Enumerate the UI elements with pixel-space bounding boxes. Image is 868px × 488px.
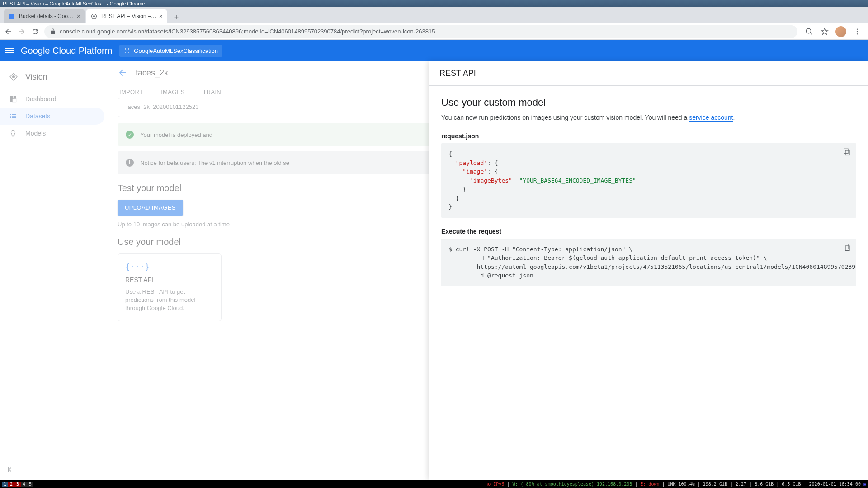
curl-code[interactable]: $ curl -X POST -H "Content-Type: applica… — [441, 239, 856, 286]
drawer-title: REST API — [429, 61, 868, 86]
reload-icon[interactable] — [31, 27, 40, 36]
i3-status-bar: 1 2 3 4 5 no IPv6 | W: ( 80% at smoothie… — [0, 480, 868, 488]
project-selector[interactable]: GoogleAutoMLSexClassification — [119, 45, 222, 57]
svg-rect-23 — [844, 244, 848, 249]
favicon-gcp-icon — [90, 13, 98, 20]
status-eth: E: down — [640, 482, 659, 487]
status-ipv6: no IPv6 — [485, 482, 504, 487]
tab-title: Bucket details - GoogleAu — [19, 13, 74, 19]
svg-rect-21 — [844, 149, 848, 154]
sep: | — [662, 482, 665, 487]
menu-icon[interactable] — [5, 48, 14, 53]
browser-tabstrip: Bucket details - GoogleAu × REST API – V… — [0, 7, 868, 23]
workspace-btn[interactable]: 3 — [14, 482, 21, 487]
drawer-intro: You can now run predictions on images us… — [441, 113, 856, 122]
browser-tab[interactable]: Bucket details - GoogleAu × — [4, 9, 85, 23]
workspace-btn[interactable]: 5 — [27, 482, 33, 487]
workspace-btn[interactable]: 2 — [8, 482, 14, 487]
copy-icon[interactable] — [843, 148, 851, 156]
service-account-link[interactable]: service account — [689, 114, 733, 122]
new-tab-button[interactable]: + — [170, 11, 183, 23]
close-icon[interactable]: × — [159, 13, 163, 20]
svg-point-10 — [128, 52, 129, 52]
kebab-icon[interactable] — [853, 27, 862, 36]
favicon-bucket-icon — [8, 13, 15, 20]
workspaces[interactable]: 1 2 3 4 5 — [2, 482, 33, 487]
zoom-icon[interactable] — [805, 27, 814, 36]
project-icon — [124, 47, 130, 54]
svg-point-9 — [125, 52, 126, 52]
svg-point-3 — [806, 28, 811, 33]
url-text: console.cloud.google.com/vision/datasets… — [60, 28, 435, 35]
workspace-btn[interactable]: 1 — [2, 482, 8, 487]
gcp-logo[interactable]: Google Cloud Platform — [21, 46, 112, 56]
bookmark-icon[interactable] — [820, 27, 829, 36]
forward-icon[interactable] — [17, 27, 26, 36]
svg-rect-0 — [9, 14, 14, 19]
profile-avatar[interactable] — [835, 26, 846, 37]
svg-point-5 — [857, 31, 858, 32]
exec-request-label: Execute the request — [441, 228, 856, 235]
sep: | — [507, 482, 509, 487]
tray-icon[interactable]: ▣ — [863, 482, 866, 487]
rest-api-drawer: REST API Use your custom model You can n… — [429, 61, 868, 480]
status-stats: UNK 100.4% | 198.2 GiB | 2.27 | 8.6 GiB … — [668, 482, 861, 487]
svg-rect-22 — [845, 246, 849, 251]
back-icon[interactable] — [4, 27, 13, 36]
sep: | — [635, 482, 637, 487]
gcp-header: Google Cloud Platform GoogleAutoMLSexCla… — [0, 40, 868, 61]
svg-point-6 — [857, 33, 858, 34]
drawer-heading: Use your custom model — [441, 97, 856, 108]
request-json-code[interactable]: { "payload": { "image": { "imageBytes": … — [441, 143, 856, 218]
tab-title: REST API – Vision – Goog — [101, 13, 156, 19]
svg-rect-20 — [845, 150, 849, 155]
browser-toolbar: console.cloud.google.com/vision/datasets… — [0, 23, 868, 40]
window-titlebar: REST API – Vision – GoogleAutoMLSexClas.… — [0, 0, 868, 7]
svg-point-11 — [127, 50, 127, 51]
status-wifi: W: ( 80% at smoothieyesplease) 192.168.0… — [512, 482, 632, 487]
svg-point-7 — [125, 48, 126, 49]
workspace-btn[interactable]: 4 — [21, 482, 27, 487]
copy-icon[interactable] — [843, 243, 851, 251]
svg-point-4 — [857, 28, 858, 29]
browser-tab[interactable]: REST API – Vision – Goog × — [86, 9, 167, 23]
lock-icon — [50, 28, 56, 35]
close-icon[interactable]: × — [77, 13, 80, 20]
svg-point-8 — [128, 48, 129, 49]
project-name: GoogleAutoMLSexClassification — [134, 47, 218, 54]
status-widgets: no IPv6 | W: ( 80% at smoothieyesplease)… — [485, 482, 866, 487]
request-json-label: request.json — [441, 132, 856, 140]
address-bar[interactable]: console.cloud.google.com/vision/datasets… — [44, 25, 797, 38]
svg-point-2 — [93, 15, 95, 17]
